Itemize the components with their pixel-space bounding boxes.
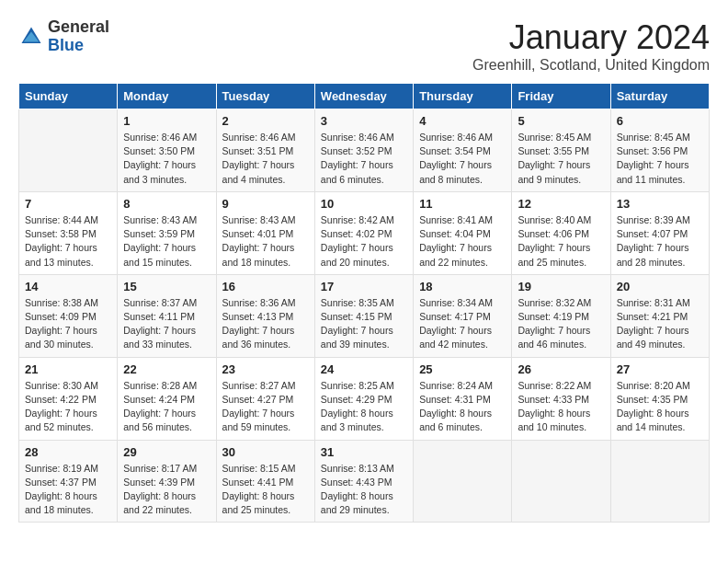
day-info: Sunrise: 8:34 AM Sunset: 4:17 PM Dayligh…	[419, 296, 506, 352]
header-cell-friday: Friday	[512, 84, 610, 109]
page-header: General Blue January 2024 Greenhill, Sco…	[18, 18, 710, 74]
day-number: 26	[518, 362, 604, 376]
calendar-cell: 27Sunrise: 8:20 AM Sunset: 4:35 PM Dayli…	[610, 357, 709, 440]
day-info: Sunrise: 8:27 AM Sunset: 4:27 PM Dayligh…	[222, 379, 309, 435]
day-number: 9	[222, 197, 309, 211]
day-number: 19	[518, 280, 604, 293]
day-info: Sunrise: 8:40 AM Sunset: 4:06 PM Dayligh…	[518, 213, 604, 270]
location: Greenhill, Scotland, United Kingdom	[472, 57, 710, 74]
day-info: Sunrise: 8:39 AM Sunset: 4:07 PM Dayligh…	[617, 213, 703, 270]
day-info: Sunrise: 8:32 AM Sunset: 4:19 PM Dayligh…	[518, 296, 604, 352]
day-number: 3	[321, 114, 407, 128]
logo-general-text: General	[48, 18, 109, 37]
calendar-cell: 24Sunrise: 8:25 AM Sunset: 4:29 PM Dayli…	[314, 357, 413, 440]
day-info: Sunrise: 8:42 AM Sunset: 4:02 PM Dayligh…	[321, 213, 407, 270]
day-number: 6	[617, 114, 703, 128]
week-row-4: 21Sunrise: 8:30 AM Sunset: 4:22 PM Dayli…	[19, 357, 710, 440]
day-info: Sunrise: 8:43 AM Sunset: 4:01 PM Dayligh…	[222, 213, 309, 270]
calendar-cell: 6Sunrise: 8:45 AM Sunset: 3:56 PM Daylig…	[610, 109, 709, 192]
day-number: 30	[222, 445, 309, 459]
header-row: SundayMondayTuesdayWednesdayThursdayFrid…	[19, 84, 710, 109]
header-cell-tuesday: Tuesday	[216, 84, 314, 109]
day-info: Sunrise: 8:45 AM Sunset: 3:56 PM Dayligh…	[617, 131, 703, 187]
day-number: 1	[123, 114, 210, 128]
day-number: 12	[518, 197, 604, 211]
day-info: Sunrise: 8:20 AM Sunset: 4:35 PM Dayligh…	[617, 379, 703, 435]
calendar-cell	[512, 440, 610, 523]
day-info: Sunrise: 8:25 AM Sunset: 4:29 PM Dayligh…	[321, 379, 407, 435]
logo-blue-text: Blue	[48, 37, 109, 55]
calendar-cell	[414, 440, 512, 523]
day-number: 29	[123, 445, 210, 459]
calendar-cell: 30Sunrise: 8:15 AM Sunset: 4:41 PM Dayli…	[216, 440, 314, 523]
header-cell-thursday: Thursday	[414, 84, 512, 109]
logo-icon	[18, 24, 44, 50]
day-info: Sunrise: 8:30 AM Sunset: 4:22 PM Dayligh…	[25, 379, 111, 435]
calendar-table: SundayMondayTuesdayWednesdayThursdayFrid…	[18, 83, 710, 523]
calendar-cell: 26Sunrise: 8:22 AM Sunset: 4:33 PM Dayli…	[512, 357, 610, 440]
calendar-cell: 25Sunrise: 8:24 AM Sunset: 4:31 PM Dayli…	[414, 357, 512, 440]
day-info: Sunrise: 8:17 AM Sunset: 4:39 PM Dayligh…	[123, 462, 210, 518]
day-number: 31	[321, 445, 407, 459]
day-info: Sunrise: 8:46 AM Sunset: 3:52 PM Dayligh…	[321, 131, 407, 187]
calendar-cell: 4Sunrise: 8:46 AM Sunset: 3:54 PM Daylig…	[414, 109, 512, 192]
calendar-cell: 28Sunrise: 8:19 AM Sunset: 4:37 PM Dayli…	[19, 440, 118, 523]
day-info: Sunrise: 8:46 AM Sunset: 3:54 PM Dayligh…	[419, 131, 506, 187]
calendar-cell: 23Sunrise: 8:27 AM Sunset: 4:27 PM Dayli…	[216, 357, 314, 440]
day-number: 21	[25, 362, 111, 376]
day-number: 2	[222, 114, 309, 128]
header-cell-wednesday: Wednesday	[314, 84, 413, 109]
calendar-cell: 22Sunrise: 8:28 AM Sunset: 4:24 PM Dayli…	[118, 357, 216, 440]
calendar-cell	[19, 109, 118, 192]
day-info: Sunrise: 8:45 AM Sunset: 3:55 PM Dayligh…	[518, 131, 604, 187]
day-number: 8	[123, 197, 210, 211]
header-cell-sunday: Sunday	[19, 84, 118, 109]
day-number: 23	[222, 362, 309, 376]
calendar-cell: 2Sunrise: 8:46 AM Sunset: 3:51 PM Daylig…	[216, 109, 314, 192]
day-info: Sunrise: 8:36 AM Sunset: 4:13 PM Dayligh…	[222, 296, 309, 352]
day-info: Sunrise: 8:37 AM Sunset: 4:11 PM Dayligh…	[123, 296, 210, 352]
logo: General Blue	[18, 18, 109, 55]
day-info: Sunrise: 8:46 AM Sunset: 3:51 PM Dayligh…	[222, 131, 309, 187]
week-row-2: 7Sunrise: 8:44 AM Sunset: 3:58 PM Daylig…	[19, 191, 710, 274]
day-number: 15	[123, 280, 210, 293]
calendar-cell: 15Sunrise: 8:37 AM Sunset: 4:11 PM Dayli…	[118, 274, 216, 357]
day-number: 10	[321, 197, 407, 211]
day-number: 18	[419, 280, 506, 293]
day-info: Sunrise: 8:24 AM Sunset: 4:31 PM Dayligh…	[419, 379, 506, 435]
day-number: 22	[123, 362, 210, 376]
day-number: 14	[25, 280, 111, 293]
day-number: 17	[321, 280, 407, 293]
calendar-cell: 13Sunrise: 8:39 AM Sunset: 4:07 PM Dayli…	[610, 191, 709, 274]
calendar-cell: 7Sunrise: 8:44 AM Sunset: 3:58 PM Daylig…	[19, 191, 118, 274]
header-cell-saturday: Saturday	[610, 84, 709, 109]
day-number: 27	[617, 362, 703, 376]
day-number: 11	[419, 197, 506, 211]
day-info: Sunrise: 8:43 AM Sunset: 3:59 PM Dayligh…	[123, 213, 210, 270]
day-number: 5	[518, 114, 604, 128]
calendar-cell: 20Sunrise: 8:31 AM Sunset: 4:21 PM Dayli…	[610, 274, 709, 357]
calendar-cell: 8Sunrise: 8:43 AM Sunset: 3:59 PM Daylig…	[118, 191, 216, 274]
calendar-cell: 17Sunrise: 8:35 AM Sunset: 4:15 PM Dayli…	[314, 274, 413, 357]
day-info: Sunrise: 8:15 AM Sunset: 4:41 PM Dayligh…	[222, 462, 309, 518]
week-row-3: 14Sunrise: 8:38 AM Sunset: 4:09 PM Dayli…	[19, 274, 710, 357]
calendar-cell: 19Sunrise: 8:32 AM Sunset: 4:19 PM Dayli…	[512, 274, 610, 357]
calendar-cell	[610, 440, 709, 523]
calendar-cell: 12Sunrise: 8:40 AM Sunset: 4:06 PM Dayli…	[512, 191, 610, 274]
day-info: Sunrise: 8:46 AM Sunset: 3:50 PM Dayligh…	[123, 131, 210, 187]
calendar-cell: 14Sunrise: 8:38 AM Sunset: 4:09 PM Dayli…	[19, 274, 118, 357]
day-info: Sunrise: 8:13 AM Sunset: 4:43 PM Dayligh…	[321, 462, 407, 518]
calendar-cell: 21Sunrise: 8:30 AM Sunset: 4:22 PM Dayli…	[19, 357, 118, 440]
day-number: 4	[419, 114, 506, 128]
day-number: 24	[321, 362, 407, 376]
day-info: Sunrise: 8:44 AM Sunset: 3:58 PM Dayligh…	[25, 213, 111, 270]
day-number: 13	[617, 197, 703, 211]
calendar-cell: 3Sunrise: 8:46 AM Sunset: 3:52 PM Daylig…	[314, 109, 413, 192]
calendar-cell: 29Sunrise: 8:17 AM Sunset: 4:39 PM Dayli…	[118, 440, 216, 523]
day-info: Sunrise: 8:19 AM Sunset: 4:37 PM Dayligh…	[25, 462, 111, 518]
calendar-cell: 18Sunrise: 8:34 AM Sunset: 4:17 PM Dayli…	[414, 274, 512, 357]
calendar-cell: 5Sunrise: 8:45 AM Sunset: 3:55 PM Daylig…	[512, 109, 610, 192]
day-info: Sunrise: 8:22 AM Sunset: 4:33 PM Dayligh…	[518, 379, 604, 435]
calendar-header: SundayMondayTuesdayWednesdayThursdayFrid…	[19, 84, 710, 109]
title-block: January 2024 Greenhill, Scotland, United…	[472, 18, 710, 74]
